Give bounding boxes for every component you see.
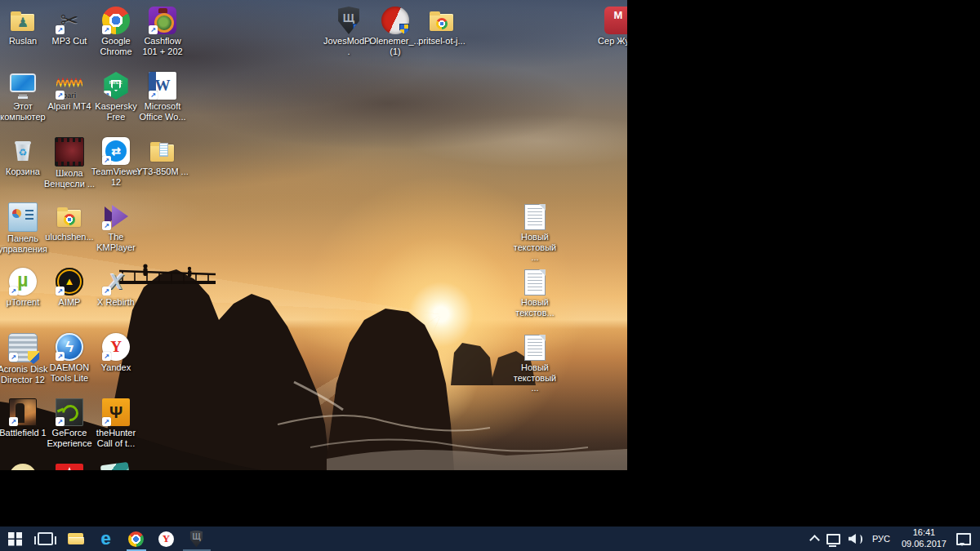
shortcut-arrow-overlay: ↗ bbox=[56, 287, 65, 295]
icon-label: pritsel-ot-j... bbox=[416, 36, 468, 47]
desktop-icon-text-file-2[interactable]: Новый текстов... bbox=[509, 268, 561, 318]
desktop-icon-text-file-3[interactable]: Новый текстовый ... bbox=[509, 333, 561, 393]
shortcut-arrow-overlay: ↗ bbox=[149, 25, 158, 34]
action-center-icon[interactable] bbox=[952, 527, 975, 551]
desktop-icon-cutoff-3[interactable] bbox=[90, 464, 142, 470]
desktop-icon-ruslan[interactable]: ♟Ruslan bbox=[0, 7, 49, 47]
desktop-icon-daemon-tools[interactable]: ϟ↗DAEMON Tools Lite bbox=[43, 333, 96, 383]
icon-label: Новый текстовый ... bbox=[509, 362, 561, 393]
icon-label: TeamViewer 12 bbox=[90, 167, 142, 187]
desktop-icon-uluchshen-folder[interactable]: uluchshen... bbox=[43, 202, 96, 242]
clock-time: 16:41 bbox=[902, 527, 947, 539]
taskbar-world-of-tanks[interactable]: Щ bbox=[181, 527, 212, 551]
icon-label: YT3-850M ... bbox=[136, 167, 189, 177]
shortcut-arrow-overlay: ↗ bbox=[102, 417, 111, 426]
desktop-icon-jovesmodpack[interactable]: ЩJovesModP... bbox=[323, 7, 375, 56]
taskbar-yandex-browser[interactable]: Y bbox=[151, 527, 181, 551]
desktop-icon-cutoff-1[interactable] bbox=[0, 464, 49, 470]
network-icon[interactable] bbox=[822, 527, 844, 551]
kaspersky-shield-icon: FREE↗ bbox=[102, 72, 130, 100]
shortcut-arrow-overlay: ↗ bbox=[149, 91, 158, 100]
desktop-icon-alpari-mt4[interactable]: pari↗Alpari MT4 bbox=[43, 72, 96, 112]
user-folder-icon: ♟ bbox=[9, 7, 37, 34]
icon-label: Yandex bbox=[90, 362, 142, 373]
icon-label: Olenemer_... (1) bbox=[369, 36, 421, 56]
volume-icon[interactable] bbox=[844, 527, 866, 551]
icon-label: Панель управления bbox=[0, 233, 49, 254]
icon-label: μTorrent bbox=[0, 297, 49, 308]
desktop-icon-kmplayer[interactable]: ↗The KMPlayer bbox=[90, 202, 142, 252]
desktop-icon-recycle-bin[interactable]: ♻Корзина bbox=[0, 137, 49, 177]
clock[interactable]: 16:41 09.06.2017 bbox=[896, 527, 952, 550]
icon-label: X Rebirth bbox=[90, 297, 142, 308]
shortcut-arrow-overlay: ↗ bbox=[9, 417, 18, 426]
icon-label: GeForce Experience bbox=[43, 428, 96, 448]
file-explorer-icon bbox=[67, 531, 85, 546]
start-button[interactable] bbox=[0, 527, 30, 551]
desktop-icon-cashflow[interactable]: ↗Cashflow 101 + 202 bbox=[136, 7, 189, 56]
shortcut-arrow-overlay: ↗ bbox=[56, 417, 65, 426]
wot-installer-icon: Щ bbox=[335, 7, 363, 34]
x-rebirth-icon: X↗ bbox=[102, 268, 130, 295]
desktop-icon-yandex[interactable]: Y↗Yandex bbox=[90, 333, 142, 373]
olenemer-installer-icon bbox=[381, 7, 409, 34]
desktop-icon-yt3-folder[interactable]: YT3-850M ... bbox=[136, 137, 189, 177]
taskbar-google-chrome[interactable] bbox=[121, 527, 151, 551]
desktop-icon-control-panel[interactable]: Панель управления bbox=[0, 202, 49, 254]
video-file-icon bbox=[55, 137, 84, 167]
icon-label: Microsoft Office Wo... bbox=[136, 101, 189, 122]
shortcut-arrow-overlay: ↗ bbox=[102, 287, 111, 295]
icon-label: Этот компьютер bbox=[0, 101, 49, 122]
desktop-icon-ms-office-word[interactable]: W↗Microsoft Office Wo... bbox=[136, 72, 189, 122]
icon-label: Cashflow 101 + 202 bbox=[136, 36, 189, 56]
icon-label: Alpari MT4 bbox=[43, 101, 96, 112]
world-of-tanks-icon: Щ bbox=[189, 531, 205, 548]
desktop-icon-pritsel-folder[interactable]: pritsel-ot-j... bbox=[416, 7, 468, 47]
taskbar-file-explorer[interactable] bbox=[60, 527, 91, 551]
yandex-icon: Y↗ bbox=[102, 333, 130, 361]
desktop-icon-mp3cut[interactable]: ✂↗MP3 Cut bbox=[43, 7, 96, 47]
text-document-icon bbox=[524, 335, 546, 361]
desktop-icon-olenemer[interactable]: Olenemer_... (1) bbox=[369, 7, 421, 56]
desktop[interactable]: ♟Ruslan✂↗MP3 Cut↗Google Chrome↗Cashflow … bbox=[0, 0, 627, 470]
desktop-icon-battlefield1[interactable]: ↗Battlefield 1 bbox=[0, 398, 49, 438]
desktop-icon-shkola-video[interactable]: Школа Венцесли ... bbox=[43, 137, 96, 189]
desktop-icon-acronis[interactable]: ↗Acronis Disk Director 12 bbox=[0, 333, 49, 384]
music-app-icon: M bbox=[604, 7, 627, 34]
icon-label: Новый текстов... bbox=[509, 297, 561, 318]
desktop-icon-google-chrome[interactable]: ↗Google Chrome bbox=[90, 7, 142, 56]
desktop-icon-text-file-1[interactable]: Новый текстовый ... bbox=[509, 202, 561, 263]
icon-label: Сер Жуко bbox=[592, 36, 627, 47]
desktop-icon-x-rebirth[interactable]: X↗X Rebirth bbox=[90, 268, 142, 308]
shortcut-arrow-overlay: ↗ bbox=[102, 25, 111, 34]
desktop-icon-geforce-experience[interactable]: ↗GeForce Experience bbox=[43, 398, 96, 448]
desktop-icon-cutoff-2[interactable] bbox=[43, 464, 96, 470]
control-panel-icon bbox=[8, 202, 38, 232]
icon-label: Kaspersky Free bbox=[90, 101, 142, 122]
aimp-icon: ▲↗ bbox=[56, 268, 83, 295]
shortcut-arrow-overlay: ↗ bbox=[102, 352, 111, 361]
desktop-icon-this-pc[interactable]: Этот компьютер bbox=[0, 72, 49, 122]
alpari-chart-icon: pari↗ bbox=[56, 72, 83, 100]
shortcut-arrow-overlay: ↗ bbox=[102, 156, 111, 165]
teamviewer-icon: ⇄↗ bbox=[102, 137, 130, 165]
desktop-icon-kaspersky-free[interactable]: FREE↗Kaspersky Free bbox=[90, 72, 142, 122]
windows-logo-icon bbox=[8, 532, 22, 546]
shortcut-arrow-overlay: ↗ bbox=[9, 287, 18, 295]
shortcut-arrow-overlay: ↗ bbox=[56, 25, 65, 34]
desktop-icon-utorrent[interactable]: µ↗μTorrent bbox=[0, 268, 49, 308]
icon-label: uluchshen... bbox=[43, 232, 96, 242]
taskbar-microsoft-edge[interactable]: e bbox=[91, 527, 121, 551]
task-view-icon bbox=[38, 532, 53, 545]
taskbar-buttons: eYЩ bbox=[0, 527, 212, 551]
task-view-button[interactable] bbox=[30, 527, 60, 551]
desktop-icon-thehunter[interactable]: Ψ↗theHunter Call of t... bbox=[90, 398, 142, 448]
computer-icon bbox=[9, 72, 37, 100]
chrome-icon bbox=[128, 531, 144, 547]
language-indicator[interactable]: РУС bbox=[866, 534, 896, 544]
hidden-icons-chevron[interactable] bbox=[807, 527, 822, 551]
desktop-icon-teamviewer[interactable]: ⇄↗TeamViewer 12 bbox=[90, 137, 142, 187]
desktop-icon-aimp[interactable]: ▲↗AIMP bbox=[43, 268, 96, 308]
uac-shield-overlay bbox=[353, 24, 363, 34]
desktop-icon-ser-zhuko[interactable]: MСер Жуко bbox=[592, 7, 627, 47]
